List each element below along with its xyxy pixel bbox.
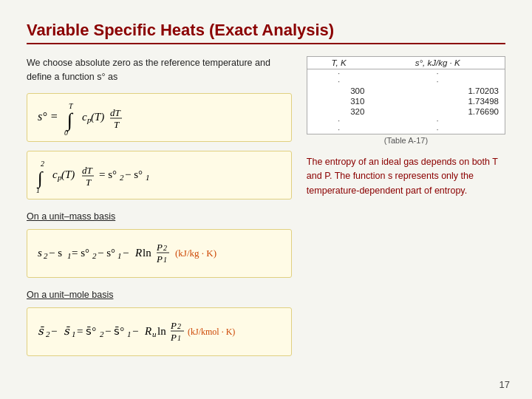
svg-text:1: 1 [117,251,122,260]
svg-text:(kJ/kg · K): (kJ/kg · K) [175,248,216,259]
svg-text:= s̄°: = s̄° [77,325,96,337]
main-content: We choose absolute zero as the reference… [27,56,505,375]
svg-text:1: 1 [67,251,72,260]
svg-text:R: R [144,325,151,337]
svg-text:= s°: = s° [99,168,117,180]
svg-text:− s°: − s° [98,247,115,259]
svg-text:− s°: − s° [125,168,143,180]
table-header-T: T, K [307,57,370,69]
svg-text:dT: dT [82,165,93,176]
formula-box-2: ∫ 1 2 c p (T) dT T = s° 2 − s° 1 [27,151,292,200]
svg-text:ln: ln [157,325,166,337]
svg-text:1: 1 [146,173,150,182]
data-table: T, K s°, kJ/kg · K · · · · [307,56,505,134]
svg-text:s° =: s° = [38,110,58,123]
formula-svg-3: s 2 − s 1 = s° 2 − s° 1 − R ln P 2 [36,234,265,273]
svg-text:(T): (T) [61,168,75,181]
page-number: 17 [499,379,510,390]
svg-text:2: 2 [177,322,181,330]
svg-text:T: T [114,119,120,130]
section2-label: On a unit–mole basis [27,290,292,300]
slide: Variable Specific Heats (Exact Analysis)… [0,0,532,399]
svg-text:2: 2 [92,251,97,260]
svg-text:2: 2 [163,244,167,252]
svg-text:P: P [156,253,163,265]
slide-title: Variable Specific Heats (Exact Analysis) [27,21,505,44]
svg-text:u: u [152,330,157,338]
svg-text:1: 1 [163,256,167,264]
svg-text:P: P [170,332,177,343]
formula-svg-2: ∫ 1 2 c p (T) dT T = s° 2 − s° 1 [36,156,184,194]
svg-text:2: 2 [44,251,48,260]
formula-box-1: s° = ∫ 0 T c p (T) dT T [27,93,292,142]
svg-text:−: − [51,325,57,337]
svg-text:T: T [86,177,92,188]
formula-svg-1: s° = ∫ 0 T c p (T) dT T [36,98,154,137]
svg-text:2: 2 [46,330,50,338]
table-caption: (Table A-17) [307,136,505,145]
formula-box-4: s̄ 2 − s̄ 1 = s̄° 2 − s̄° 1 − R u ln P 2 [27,307,292,356]
left-column: We choose absolute zero as the reference… [27,56,292,375]
table-container: T, K s°, kJ/kg · K · · · · [307,56,505,145]
table-row-dot1: · · [307,69,505,78]
table-row-320: 320 1.76690 [307,106,505,117]
table-row-310: 310 1.73498 [307,96,505,106]
svg-text:2: 2 [120,173,124,182]
entropy-note: The entropy of an ideal gas depends on b… [307,155,505,198]
svg-text:= s°: = s° [72,247,89,259]
svg-text:c: c [52,168,58,180]
intro-text: We choose absolute zero as the reference… [27,56,292,84]
right-column: T, K s°, kJ/kg · K · · · · [307,56,505,375]
svg-text:s: s [38,247,42,259]
svg-text:dT: dT [110,107,121,118]
section1-label: On a unit–mass basis [27,211,292,222]
svg-text:0: 0 [64,129,68,137]
table-row-300: 300 1.70203 [307,86,505,96]
svg-text:s̄: s̄ [64,325,71,337]
svg-text:(kJ/kmol · K): (kJ/kmol · K) [188,327,235,337]
svg-text:T: T [69,102,74,110]
svg-text:1: 1 [36,186,40,194]
formula-svg-4: s̄ 2 − s̄ 1 = s̄° 2 − s̄° 1 − R u ln P 2 [36,313,273,351]
svg-text:2: 2 [41,160,44,168]
svg-text:P: P [156,242,163,253]
svg-text:1: 1 [72,330,76,338]
svg-text:1: 1 [127,330,132,338]
svg-text:−: − [123,247,129,259]
svg-text:−: − [132,325,138,337]
table-row-dot3: · · [307,117,505,125]
table-row-dot2: · · [307,78,505,86]
svg-text:ln: ln [143,247,151,259]
formula-box-3: s 2 − s 1 = s° 2 − s° 1 − R ln P 2 [27,229,292,278]
svg-text:c: c [82,111,87,123]
svg-text:− s: − s [49,247,62,259]
svg-text:s̄: s̄ [38,325,45,337]
svg-text:− s̄°: − s̄° [105,325,124,337]
svg-text:2: 2 [100,330,104,338]
svg-text:(T): (T) [91,111,104,123]
svg-text:P: P [170,320,177,331]
svg-text:R: R [134,247,142,259]
svg-text:1: 1 [177,334,181,342]
table-header-s: s°, kJ/kg · K [370,57,505,69]
table-row-dot4: · · [307,126,505,134]
